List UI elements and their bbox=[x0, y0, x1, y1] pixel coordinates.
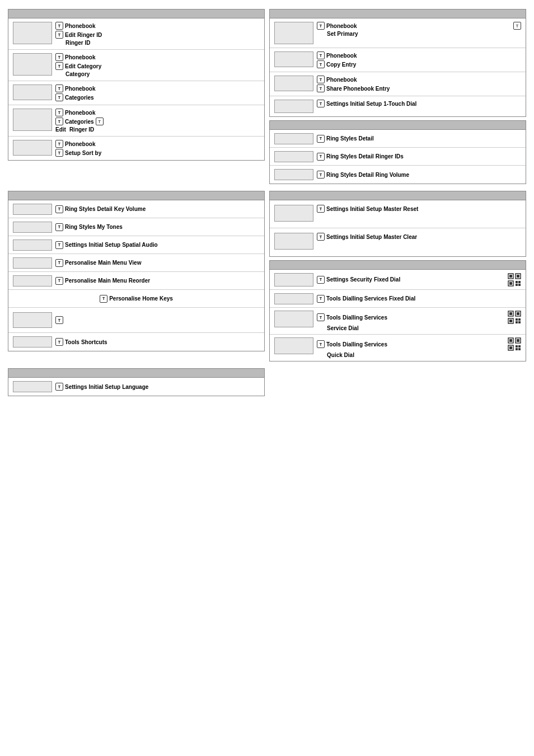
menu-text-2: Category bbox=[77, 63, 101, 69]
menu-line: T Settings Initial Setup Language bbox=[55, 383, 148, 391]
menu-text-3: Spatial Audio bbox=[122, 242, 158, 248]
section-header bbox=[270, 10, 526, 18]
menu-text-2: Detail bbox=[97, 206, 112, 212]
row-label-col bbox=[274, 233, 313, 250]
phone-icon: T bbox=[55, 223, 63, 231]
table-row: T Personalise Main Menu View bbox=[8, 254, 264, 272]
menu-line: T Tools Dialling Services bbox=[317, 311, 521, 324]
svg-rect-1 bbox=[509, 275, 512, 278]
menu-text-3: Ringer IDs bbox=[376, 153, 404, 159]
menu-line: T Copy Entry bbox=[317, 60, 357, 68]
section-ring-styles: T Ring Styles Detail T Ring Styles Detai… bbox=[269, 120, 526, 184]
menu-text-3: Master Clear bbox=[383, 234, 417, 240]
phone-icon: T bbox=[317, 135, 325, 143]
menu-text: Tools bbox=[326, 341, 341, 348]
menu-text: Tools bbox=[326, 295, 341, 302]
menu-text: Settings bbox=[326, 101, 348, 107]
phone-icon: T bbox=[317, 313, 325, 321]
svg-rect-17 bbox=[518, 318, 521, 321]
phone-icon: T bbox=[55, 241, 63, 249]
menu-text-tools: Tools bbox=[65, 339, 79, 345]
phone-icon: T bbox=[317, 51, 325, 59]
phone-icon: T bbox=[317, 60, 325, 68]
phone-icon: T bbox=[317, 76, 325, 83]
right-col-mid: T Settings Initial Setup Master Reset T … bbox=[267, 187, 528, 365]
row-content: T Tools Dialling Services bbox=[317, 337, 521, 358]
svg-rect-18 bbox=[516, 321, 518, 323]
menu-text: Ring Styles bbox=[326, 153, 357, 159]
menu-text-2: Main Menu bbox=[98, 278, 127, 284]
table-row: T Ring Styles Detail Ringer IDs bbox=[270, 148, 526, 166]
menu-line: T Phonebook T bbox=[317, 22, 521, 30]
menu-text-3: 1-Touch Dial bbox=[383, 101, 416, 107]
table-row: T Settings Security Fixed Dial bbox=[270, 270, 526, 290]
menu-line: T Phonebook bbox=[55, 109, 104, 116]
menu-line: T Categories T bbox=[55, 118, 104, 125]
svg-rect-19 bbox=[518, 321, 521, 323]
row-label-col bbox=[13, 336, 52, 348]
row-label-col bbox=[274, 100, 313, 113]
row-label-col bbox=[13, 275, 52, 287]
table-row: T Settings Initial Setup Spatial Audio bbox=[8, 236, 264, 254]
menu-text: Ring Styles bbox=[65, 206, 95, 212]
phone-icon: T bbox=[317, 276, 325, 284]
row-label-col bbox=[274, 293, 313, 304]
svg-rect-15 bbox=[509, 320, 512, 322]
menu-line: T Ring Styles Detail Ringer IDs bbox=[317, 153, 404, 161]
menu-text: Settings bbox=[326, 206, 348, 212]
menu-text: Tools bbox=[326, 314, 341, 321]
qr-icon-2 bbox=[508, 311, 521, 324]
phone-icon: T bbox=[55, 149, 63, 157]
phone-icon: T bbox=[317, 84, 325, 92]
menu-text: Copy Entry bbox=[326, 62, 356, 68]
right-col-top: T Phonebook T Set Primary T Phonebook bbox=[267, 6, 528, 187]
menu-line: T Edit Ringer ID bbox=[55, 31, 102, 39]
menu-text: Personalise bbox=[65, 260, 96, 266]
menu-sub: Category bbox=[55, 71, 101, 77]
phone-icon: T bbox=[55, 259, 63, 267]
row-content: T Phonebook T Categories T Edit Ringer I… bbox=[55, 109, 104, 133]
section-header bbox=[8, 191, 264, 200]
section-header bbox=[8, 10, 264, 18]
phone-icon: T bbox=[55, 316, 63, 324]
menu-text: Phonebook bbox=[326, 77, 357, 83]
phone-icon: T bbox=[317, 340, 325, 348]
section-header bbox=[270, 261, 526, 270]
table-row: T Phonebook T Share Phonebook Entry bbox=[270, 72, 526, 96]
row-label-col bbox=[274, 133, 313, 144]
menu-line: T Ring Styles My Tones bbox=[55, 223, 123, 231]
row-content: T Phonebook T Edit Category Category bbox=[55, 53, 101, 77]
menu-line: T Tools Dialling Services Fixed Dial bbox=[317, 295, 415, 303]
menu-text-3: Fixed Dial bbox=[389, 295, 415, 302]
menu-text-2: Home Keys bbox=[142, 295, 172, 302]
menu-text-2: Security bbox=[350, 276, 372, 283]
row-content: T Phonebook T Edit Ringer ID Ringer ID bbox=[55, 22, 102, 46]
svg-rect-13 bbox=[517, 312, 519, 315]
table-row: T Ring Styles Detail Ring Volume bbox=[270, 166, 526, 184]
menu-text: Phonebook bbox=[65, 86, 95, 92]
menu-line: T Phonebook bbox=[55, 140, 101, 148]
svg-rect-11 bbox=[509, 312, 512, 315]
menu-line: T Edit Category bbox=[55, 62, 101, 70]
table-row: T Settings Initial Setup Master Reset bbox=[270, 200, 526, 228]
menu-text-2: Dialling Services bbox=[343, 295, 387, 302]
row-label-col bbox=[13, 222, 52, 233]
row-label-col bbox=[274, 151, 313, 162]
phone-icon: T bbox=[317, 205, 325, 213]
table-row: T Settings Initial Setup Language bbox=[8, 378, 264, 396]
phone-icon: T bbox=[55, 383, 63, 391]
section-phonebook-nav: T Phonebook T Edit Ringer ID Ringer ID bbox=[8, 9, 265, 161]
table-row: T Phonebook T Set Primary bbox=[270, 18, 526, 48]
left-col-top: T Phonebook T Edit Ringer ID Ringer ID bbox=[6, 6, 267, 187]
arrow-icon: T bbox=[96, 118, 104, 125]
table-row: T Phonebook T Categories T Edit Ringer I… bbox=[8, 105, 264, 137]
row-label-col bbox=[13, 257, 52, 269]
menu-text: Settings bbox=[65, 242, 87, 248]
svg-rect-6 bbox=[516, 281, 518, 283]
menu-sub: Quick Dial bbox=[317, 352, 521, 358]
menu-line: T Share Phonebook Entry bbox=[317, 84, 390, 92]
arrow-icon-right: T bbox=[513, 22, 521, 30]
row-label-col bbox=[13, 381, 52, 392]
row-content: T Settings Initial Setup 1-Touch Dial bbox=[317, 100, 416, 107]
menu-text-2: Detail bbox=[358, 153, 373, 159]
